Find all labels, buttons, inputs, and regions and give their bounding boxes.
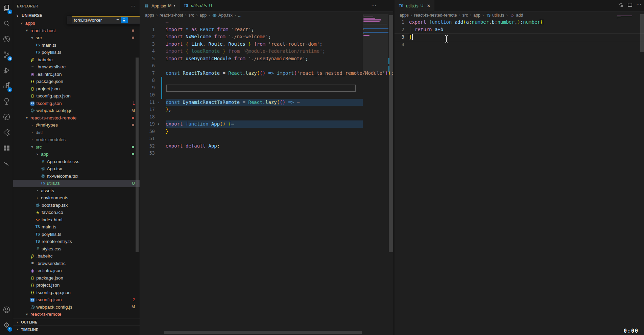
tree-item-.eslintrc.json[interactable]: ◉.eslintrc.json bbox=[13, 267, 140, 274]
tree-item-favicon.ico[interactable]: ★favicon.ico bbox=[13, 209, 140, 216]
activity-item-waves-view[interactable] bbox=[0, 156, 13, 171]
code-line-50[interactable]: 50} bbox=[140, 128, 393, 135]
breadcrumb-item-react-ts-nested-remote[interactable]: react-ts-nested-remote bbox=[414, 13, 457, 18]
tree-item-node-modules[interactable]: ›node_modules bbox=[13, 136, 140, 143]
activity-item-settings[interactable]: ⚙1 bbox=[0, 317, 13, 333]
code-line-17[interactable]: 17); bbox=[140, 106, 393, 113]
activity-item-accounts[interactable] bbox=[0, 302, 13, 317]
code-line-4[interactable]: 4import { loadRemote } from '@module-fed… bbox=[140, 48, 393, 55]
breadcrumb-item-react-ts-host[interactable]: react-ts-host bbox=[160, 13, 183, 18]
code-editor-utils-ts[interactable]: 1export function add(a:number,b:number,)… bbox=[395, 19, 644, 48]
split-editor-icon[interactable] bbox=[627, 2, 633, 8]
tree-item-polyfills.ts[interactable]: TSpolyfills.ts bbox=[13, 231, 140, 238]
explorer-more-actions-icon[interactable]: ⋯ bbox=[130, 3, 136, 9]
tree-item-.eslintrc.json[interactable]: ◉.eslintrc.json bbox=[13, 71, 140, 78]
breadcrumb-item-app[interactable]: app bbox=[199, 13, 207, 18]
breadcrumb-item-apps[interactable]: apps bbox=[145, 13, 154, 18]
tree-item-tsconfig.json[interactable]: TStsconfig.json2 bbox=[13, 296, 140, 304]
code-line-3[interactable]: 3import { Link, Route, Routes } from 're… bbox=[140, 41, 393, 48]
tree-item-main.ts[interactable]: TSmain.ts bbox=[13, 223, 140, 231]
tree-item-react-ts-host[interactable]: ∨react-ts-host bbox=[13, 27, 140, 35]
code-line-18[interactable]: 18 bbox=[140, 113, 393, 121]
activity-item-source-control[interactable]: 38 bbox=[0, 47, 13, 62]
breadcrumb-item-app[interactable]: app bbox=[473, 13, 480, 18]
sidebar-scrollbar[interactable] bbox=[136, 58, 139, 252]
activity-item-custom-view[interactable] bbox=[0, 125, 13, 140]
editor-more-actions-icon[interactable]: ⋯ bbox=[636, 2, 641, 8]
fuzzy-match-toggle[interactable] bbox=[121, 17, 128, 23]
breadcrumb-item-src[interactable]: src bbox=[189, 13, 194, 18]
code-line-3[interactable]: 3} bbox=[395, 33, 644, 41]
drag-grip-icon[interactable]: ⠿ bbox=[67, 18, 72, 22]
timeline-panel-header[interactable]: › TIMELINE bbox=[13, 326, 140, 333]
tree-item-package.json[interactable]: {}package.json bbox=[13, 274, 140, 282]
code-line-4[interactable]: 4 bbox=[395, 41, 644, 49]
code-line-1[interactable]: 1export function add(a:number,b:number,)… bbox=[395, 19, 644, 26]
tree-item-tsconfig.app.json[interactable]: {}tsconfig.app.json bbox=[13, 289, 140, 296]
editor-scrollbar[interactable] bbox=[389, 15, 393, 252]
tree-item-project.json[interactable]: {}project.json bbox=[13, 282, 140, 289]
code-line-8[interactable]: 8 bbox=[140, 77, 393, 84]
outline-panel-header[interactable]: › OUTLINE bbox=[13, 318, 140, 326]
code-line-6[interactable]: 6 bbox=[140, 62, 393, 70]
minimap[interactable] bbox=[363, 14, 388, 115]
code-line[interactable]: ⋯ bbox=[140, 19, 393, 26]
activity-item-explorer[interactable]: 1 bbox=[0, 0, 13, 16]
code-line-2[interactable]: 2import NxWelcome from './nx-welcome'; bbox=[140, 33, 393, 41]
code-line-11[interactable]: 11›const DynamicReactTsRemote = React.la… bbox=[140, 99, 393, 106]
activity-item-extensions[interactable]: 3 bbox=[0, 78, 13, 93]
tab-utils.d.ts[interactable]: TSutils.d.tsU bbox=[180, 0, 216, 11]
tree-item-index.html[interactable]: <>index.html bbox=[13, 216, 140, 224]
filter-icon[interactable]: ≡ bbox=[115, 18, 120, 23]
tree-item-project.json[interactable]: {}project.json bbox=[13, 85, 140, 93]
tree-item-.browserslistrc[interactable]: ≡.browserslistrc bbox=[13, 260, 140, 267]
code-editor-app-tsx[interactable]: ⋯1import * as React from 'react';2import… bbox=[140, 19, 393, 157]
tree-find-input[interactable] bbox=[72, 18, 115, 23]
activity-item-run-tool[interactable] bbox=[0, 31, 13, 47]
tree-item-assets[interactable]: ›assets bbox=[13, 187, 140, 195]
activity-item-grid-view[interactable] bbox=[0, 140, 13, 156]
tree-item-polyfills.ts[interactable]: TSpolyfills.ts bbox=[13, 49, 140, 56]
tree-item-react-ts-remote[interactable]: ∨react-ts-remote bbox=[13, 311, 140, 318]
code-line-51[interactable]: 51 bbox=[140, 135, 393, 142]
tree-item-App.tsx[interactable]: App.tsx bbox=[13, 165, 140, 173]
tree-item-bootstrap.tsx[interactable]: bootstrap.tsx bbox=[13, 202, 140, 209]
editor-scrollbar[interactable] bbox=[640, 14, 644, 52]
activity-item-test-tree[interactable] bbox=[0, 93, 13, 109]
tree-item-App.module.css[interactable]: #App.module.css bbox=[13, 158, 140, 165]
tree-item-nx-welcome.tsx[interactable]: nx-welcome.tsx bbox=[13, 173, 140, 180]
tree-item-.babelrc[interactable]: β.babelrc bbox=[13, 252, 140, 260]
activity-item-search[interactable] bbox=[0, 16, 13, 31]
tree-item-webpack.config.js[interactable]: webpack.config.jsM bbox=[13, 304, 140, 311]
editor-group-divider[interactable] bbox=[393, 0, 395, 335]
tree-item-package.json[interactable]: {}package.json bbox=[13, 78, 140, 85]
tree-item-utils.ts[interactable]: TSutils.tsU bbox=[13, 180, 140, 187]
code-line-9[interactable]: 9 bbox=[140, 84, 393, 92]
tree-item-src[interactable]: ∨src bbox=[13, 34, 140, 42]
editor-hscrollbar[interactable] bbox=[164, 331, 362, 334]
code-line-53[interactable]: 53 bbox=[140, 150, 393, 157]
tree-item-dist[interactable]: ›dist bbox=[13, 129, 140, 136]
breadcrumb-item-utils.ts[interactable]: TSutils.ts bbox=[486, 13, 504, 18]
breadcrumb-item-...[interactable]: ... bbox=[238, 13, 241, 18]
breadcrumb-item-apps[interactable]: apps bbox=[400, 13, 409, 18]
tree-item-environments[interactable]: ›environments bbox=[13, 194, 140, 202]
tab-more-actions-icon[interactable]: ⋯ bbox=[371, 3, 376, 9]
tree-item-src[interactable]: ∨src bbox=[13, 143, 140, 151]
close-icon[interactable]: ✕ bbox=[427, 3, 431, 8]
tab-App.tsx[interactable]: App.tsxM● bbox=[140, 0, 180, 12]
breadcrumb-item-src[interactable]: src bbox=[462, 13, 468, 18]
tree-item-app[interactable]: ∨app bbox=[13, 151, 140, 158]
code-line-5[interactable]: 5import useDynamicModule from './useDyna… bbox=[140, 55, 393, 63]
code-line-7[interactable]: 7const ReactTsRemote = React.lazy(() => … bbox=[140, 70, 393, 77]
tree-item-remote-entry.ts[interactable]: TSremote-entry.ts bbox=[13, 238, 140, 245]
tree-item-react-ts-nested-remote[interactable]: ∨react-ts-nested-remote bbox=[13, 114, 140, 122]
tree-item-main.ts[interactable]: TSmain.ts bbox=[13, 42, 140, 49]
tree-item-.browserslistrc[interactable]: ≡.browserslistrc bbox=[13, 63, 140, 71]
minimap-slider[interactable] bbox=[363, 14, 388, 72]
tree-item-styles.css[interactable]: #styles.css bbox=[13, 245, 140, 253]
open-changes-icon[interactable] bbox=[618, 2, 624, 8]
code-line-10[interactable]: 10 bbox=[140, 91, 393, 99]
tree-item-tsconfig.app.json[interactable]: {}tsconfig.app.json bbox=[13, 92, 140, 100]
code-line-19[interactable]: 19›export function App() {⋯ bbox=[140, 120, 393, 128]
